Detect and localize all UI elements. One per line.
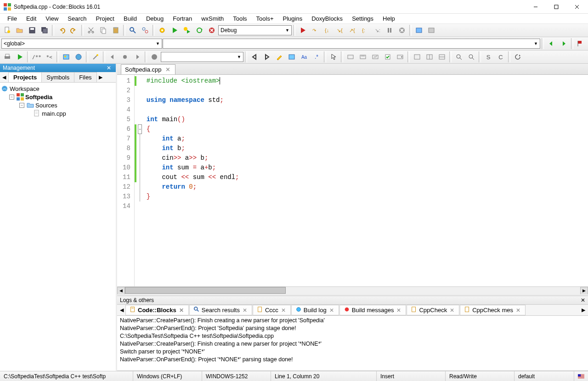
comment-icon[interactable]: /**: [31, 51, 43, 63]
zoom2-icon[interactable]: [465, 51, 477, 63]
project-tree[interactable]: Workspace − Softpedia − Sources main.cpp: [0, 83, 116, 371]
cursor-icon[interactable]: [328, 51, 339, 63]
sources-node[interactable]: − Sources: [1, 101, 115, 109]
stop-debug-icon[interactable]: [396, 24, 408, 36]
log-tab-close-icon[interactable]: ✕: [449, 307, 455, 314]
redo-icon[interactable]: [68, 24, 80, 36]
image-icon[interactable]: [60, 51, 72, 63]
next-line-icon[interactable]: {↓: [322, 24, 334, 36]
log-tab-close-icon[interactable]: ✕: [242, 307, 248, 314]
refresh-icon[interactable]: [512, 51, 524, 63]
log-tab-cccc[interactable]: Cccc✕: [253, 305, 291, 315]
abort2-icon[interactable]: [148, 51, 160, 63]
management-close-icon[interactable]: ✕: [105, 65, 113, 71]
step-out-icon[interactable]: ↗{: [346, 24, 358, 36]
log-output[interactable]: NativeParser::CreateParser(): Finish cre…: [117, 316, 588, 371]
menu-file[interactable]: File: [4, 14, 21, 23]
menu-edit[interactable]: Edit: [23, 14, 40, 23]
next-result-icon[interactable]: [261, 51, 273, 63]
dropdown-icon[interactable]: [394, 51, 406, 63]
panel2-icon[interactable]: [424, 51, 435, 63]
jump-forward-icon[interactable]: [131, 51, 143, 63]
log-tab-codeblocks[interactable]: Code::Blocks✕: [125, 305, 189, 315]
search-combo[interactable]: ▼: [161, 52, 243, 62]
step-into-icon[interactable]: ↘{: [334, 24, 346, 36]
jump-point-icon[interactable]: [119, 51, 131, 63]
menu-view[interactable]: View: [42, 14, 62, 23]
log-tab-close-icon[interactable]: ✕: [328, 307, 335, 314]
log-tab-close-icon[interactable]: ✕: [280, 307, 287, 314]
menu-settings[interactable]: Settings: [348, 14, 377, 23]
log-tab-close-icon[interactable]: ✕: [178, 307, 185, 314]
tab-symbols[interactable]: Symbols: [41, 72, 74, 82]
tab-projects[interactable]: Projects: [8, 72, 42, 82]
log-tab-cppcheck[interactable]: CppCheck✕: [407, 305, 459, 315]
menu-tools[interactable]: Tools: [229, 14, 250, 23]
menu-help[interactable]: Help: [379, 14, 399, 23]
menu-project[interactable]: Project: [92, 14, 118, 23]
box2-icon[interactable]: [357, 51, 369, 63]
abort-icon[interactable]: [206, 24, 218, 36]
menu-debug[interactable]: Debug: [142, 14, 167, 23]
build-run-icon[interactable]: [181, 24, 193, 36]
box3-icon[interactable]: [369, 51, 381, 63]
html-icon[interactable]: [73, 51, 85, 63]
menu-plugins[interactable]: Plugins: [279, 14, 306, 23]
copy-icon[interactable]: [97, 24, 109, 36]
menu-doxyblocks[interactable]: DoxyBlocks: [308, 14, 346, 23]
run-icon[interactable]: [169, 24, 181, 36]
break-icon[interactable]: [384, 24, 396, 36]
panel3-icon[interactable]: [436, 51, 448, 63]
code-editor[interactable]: 1234567891011121314 − #include <iostream…: [117, 75, 588, 286]
scroll-right-icon[interactable]: ▶: [580, 287, 588, 295]
regex-icon[interactable]: .*: [311, 51, 322, 63]
flag-red-icon[interactable]: [575, 38, 587, 50]
select-icon[interactable]: [286, 51, 298, 63]
paste-icon[interactable]: [110, 24, 122, 36]
logs-close-icon[interactable]: ✕: [581, 297, 585, 303]
tab-scroll-left-icon[interactable]: ◀: [0, 74, 8, 80]
build-target-combo[interactable]: Debug▼: [218, 25, 292, 35]
save-icon[interactable]: [26, 24, 38, 36]
line-comment-icon[interactable]: *<: [43, 51, 55, 63]
s-icon[interactable]: S: [482, 51, 494, 63]
wand-icon[interactable]: [90, 51, 102, 63]
log-tab-cppcheckmes[interactable]: CppCheck mes✕: [460, 305, 526, 315]
cut-icon[interactable]: [85, 24, 97, 36]
step-into-instr-icon[interactable]: ↘:: [371, 24, 383, 36]
highlight-icon[interactable]: [273, 51, 285, 63]
file-node[interactable]: main.cpp: [1, 109, 115, 118]
menu-build[interactable]: Build: [120, 14, 141, 23]
c-icon[interactable]: C: [495, 51, 507, 63]
maximize-button[interactable]: [546, 0, 566, 13]
box1-icon[interactable]: [345, 51, 356, 63]
checkbox-icon[interactable]: [382, 51, 394, 63]
save-all-icon[interactable]: [39, 24, 51, 36]
horizontal-scrollbar[interactable]: ◀ ▶: [117, 286, 588, 294]
execute-icon[interactable]: [14, 51, 26, 63]
status-lang[interactable]: [574, 371, 588, 381]
log-tab-buildmessages[interactable]: Build messages✕: [339, 305, 407, 315]
expand-icon[interactable]: −: [9, 95, 14, 100]
close-button[interactable]: [566, 0, 587, 13]
tab-scroll-right-icon[interactable]: ▶: [96, 74, 105, 80]
print-icon[interactable]: [1, 51, 13, 63]
jump-back-icon[interactable]: [107, 51, 119, 63]
project-node[interactable]: − Softpedia: [1, 93, 115, 101]
tab-files[interactable]: Files: [74, 72, 96, 82]
minimize-button[interactable]: [525, 0, 546, 13]
scroll-left-icon[interactable]: ◀: [117, 287, 125, 295]
build-icon[interactable]: [156, 24, 168, 36]
debug-windows-icon[interactable]: [413, 24, 425, 36]
tab-close-icon[interactable]: ✕: [164, 66, 171, 73]
log-tab-right-icon[interactable]: ▶: [580, 307, 587, 313]
rebuild-icon[interactable]: [193, 24, 205, 36]
menu-search[interactable]: Search: [64, 14, 90, 23]
expand-icon[interactable]: −: [19, 103, 24, 108]
workspace-node[interactable]: Workspace: [1, 84, 115, 93]
find-icon[interactable]: [127, 24, 139, 36]
log-tab-buildlog[interactable]: Build log✕: [291, 305, 339, 315]
prev-result-icon[interactable]: [249, 51, 260, 63]
zoom-icon[interactable]: [453, 51, 465, 63]
replace-icon[interactable]: [139, 24, 151, 36]
